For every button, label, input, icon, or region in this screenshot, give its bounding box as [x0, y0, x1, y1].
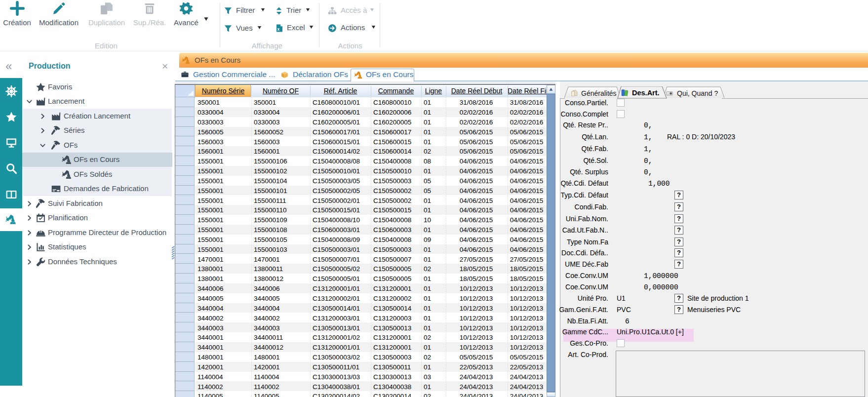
svg-text:x: x — [277, 27, 279, 32]
